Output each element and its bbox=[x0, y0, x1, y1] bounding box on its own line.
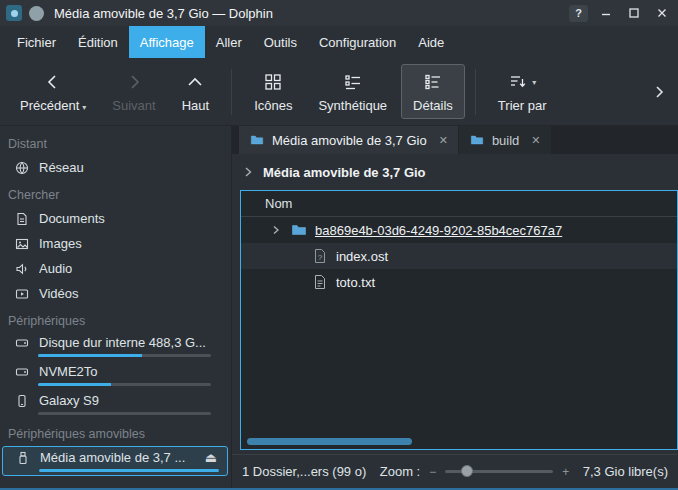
forward-label: Suivant bbox=[112, 99, 155, 112]
sidebar-item-images[interactable]: Images bbox=[0, 231, 231, 256]
compact-view-icon bbox=[343, 71, 363, 93]
file-row-index-ost[interactable]: ? index.ost bbox=[241, 243, 677, 269]
videos-icon bbox=[14, 286, 30, 302]
sidebar-item-videos[interactable]: Vidéos bbox=[0, 281, 231, 306]
sidebar-item-label: Média amovible de 3,7 ... bbox=[40, 450, 185, 465]
toolbar-separator bbox=[475, 69, 476, 115]
zoom-control: Zoom : − + bbox=[380, 464, 570, 479]
chevron-up-icon bbox=[185, 71, 205, 93]
menu-configuration[interactable]: Configuration bbox=[308, 26, 407, 58]
sidebar-item-label: Galaxy S9 bbox=[39, 393, 99, 408]
toolbar-overflow-button[interactable] bbox=[650, 83, 670, 101]
minimize-button[interactable] bbox=[595, 4, 616, 22]
statusbar: 1 Dossier,...ers (99 o) Zoom : − + 7,3 G… bbox=[232, 454, 678, 488]
toolbar: Précédent▾ Suivant Haut Icônes Synthéti bbox=[0, 58, 678, 126]
icons-view-label: Icônes bbox=[254, 99, 292, 112]
file-name: ba869e4b-03d6-4249-9202-85b4cec767a7 bbox=[315, 223, 562, 238]
hard-drive-icon bbox=[14, 335, 30, 351]
section-header-amovibles: Périphériques amovibles bbox=[0, 419, 231, 445]
zoom-slider-track[interactable] bbox=[445, 470, 553, 473]
details-view-label: Détails bbox=[413, 99, 453, 112]
sidebar-item-label: NVME2To bbox=[39, 364, 98, 379]
sidebar-item-audio[interactable]: Audio bbox=[0, 256, 231, 281]
breadcrumb-location[interactable]: Média amovible de 3,7 Gio bbox=[263, 165, 426, 180]
sidebar-item-label: Disque dur interne 488,3 G... bbox=[39, 335, 206, 350]
unknown-file-icon: ? bbox=[312, 248, 328, 264]
menu-outils[interactable]: Outils bbox=[253, 26, 308, 58]
sidebar-item-disque-dur[interactable]: Disque dur interne 488,3 G... bbox=[0, 332, 231, 357]
sort-by-label: Trier par bbox=[498, 99, 547, 112]
titlebar: Média amovible de 3,7 Gio — Dolphin ? bbox=[0, 0, 678, 26]
capacity-bar bbox=[38, 354, 211, 357]
breadcrumb: Média amovible de 3,7 Gio bbox=[232, 154, 678, 190]
sidebar-item-galaxy-s9[interactable]: Galaxy S9 bbox=[0, 390, 231, 415]
file-name: index.ost bbox=[336, 249, 388, 264]
capacity-bar bbox=[38, 412, 211, 415]
up-button[interactable]: Haut bbox=[170, 64, 221, 119]
sidebar-item-documents[interactable]: Documents bbox=[0, 206, 231, 231]
section-header-distant: Distant bbox=[0, 129, 231, 155]
maximize-button[interactable] bbox=[623, 4, 644, 22]
tab-close-icon[interactable]: ✕ bbox=[439, 134, 448, 147]
menu-affichage[interactable]: Affichage bbox=[129, 26, 205, 58]
zoom-slider-handle[interactable] bbox=[461, 465, 473, 477]
file-row-toto-txt[interactable]: toto.txt bbox=[241, 269, 677, 295]
section-header-chercher: Chercher bbox=[0, 180, 231, 206]
details-view-icon bbox=[423, 71, 443, 93]
details-view-button[interactable]: Détails bbox=[401, 64, 465, 119]
sort-icon bbox=[508, 72, 528, 92]
dolphin-window: Média amovible de 3,7 Gio — Dolphin ? Fi… bbox=[0, 0, 678, 490]
file-view: Nom ba869e4b-03d6-4249-9202-85b4cec767a7… bbox=[240, 190, 678, 450]
menu-edition[interactable]: Édition bbox=[67, 26, 129, 58]
compact-view-button[interactable]: Synthétique bbox=[306, 64, 399, 119]
folder-icon bbox=[469, 132, 485, 148]
file-row-folder[interactable]: ba869e4b-03d6-4249-9202-85b4cec767a7 bbox=[241, 217, 677, 243]
horizontal-scrollbar-thumb[interactable] bbox=[247, 438, 412, 445]
audio-icon bbox=[14, 261, 30, 277]
menu-fichier[interactable]: Fichier bbox=[6, 26, 67, 58]
compact-view-label: Synthétique bbox=[318, 99, 387, 112]
back-button[interactable]: Précédent▾ bbox=[8, 64, 98, 119]
sort-by-button[interactable]: ▾ Trier par bbox=[486, 64, 559, 119]
tab-build[interactable]: build ✕ bbox=[459, 126, 551, 154]
chevron-left-icon bbox=[43, 71, 63, 93]
chevron-right-icon bbox=[124, 71, 144, 93]
sidebar-item-reseau[interactable]: Réseau bbox=[0, 155, 231, 180]
capacity-bar bbox=[39, 469, 219, 472]
content-area: Distant Réseau Chercher Documents Images bbox=[0, 126, 678, 488]
help-button[interactable]: ? bbox=[569, 5, 588, 22]
expander-chevron-icon[interactable] bbox=[271, 225, 283, 235]
app-icon bbox=[6, 5, 22, 21]
sort-dropdown-caret: ▾ bbox=[532, 78, 536, 87]
sidebar-item-label: Vidéos bbox=[39, 286, 79, 301]
usb-drive-icon bbox=[15, 450, 31, 466]
text-file-icon bbox=[312, 274, 328, 290]
phone-icon bbox=[14, 393, 30, 409]
icons-view-button[interactable]: Icônes bbox=[242, 64, 304, 119]
zoom-in-icon[interactable]: + bbox=[562, 465, 569, 479]
close-button[interactable] bbox=[651, 4, 672, 22]
svg-text:?: ? bbox=[318, 253, 323, 262]
hard-drive-icon bbox=[14, 364, 30, 380]
menu-aller[interactable]: Aller bbox=[205, 26, 253, 58]
forward-button[interactable]: Suivant bbox=[100, 64, 167, 119]
sidebar-item-media-amovible[interactable]: Média amovible de 3,7 ... ⏏ bbox=[2, 446, 228, 476]
network-icon bbox=[14, 160, 30, 176]
tab-close-icon[interactable]: ✕ bbox=[531, 134, 540, 147]
places-panel: Distant Réseau Chercher Documents Images bbox=[0, 126, 232, 488]
back-dropdown-caret: ▾ bbox=[82, 103, 86, 112]
device-icon bbox=[29, 6, 44, 21]
zoom-label: Zoom : bbox=[380, 464, 420, 479]
up-label: Haut bbox=[182, 99, 209, 112]
sidebar-item-nvme2to[interactable]: NVME2To bbox=[0, 361, 231, 386]
images-icon bbox=[14, 236, 30, 252]
eject-icon[interactable]: ⏏ bbox=[205, 451, 219, 464]
sidebar-item-label: Documents bbox=[39, 211, 105, 226]
tab-label: build bbox=[492, 133, 519, 148]
tabbar: Média amovible de 3,7 Gio ✕ build ✕ bbox=[232, 126, 678, 154]
column-header-nom[interactable]: Nom bbox=[241, 191, 677, 217]
sidebar-item-label: Images bbox=[39, 236, 82, 251]
menu-aide[interactable]: Aide bbox=[407, 26, 455, 58]
tab-media-amovible[interactable]: Média amovible de 3,7 Gio ✕ bbox=[239, 126, 458, 154]
zoom-out-icon[interactable]: − bbox=[429, 465, 436, 479]
